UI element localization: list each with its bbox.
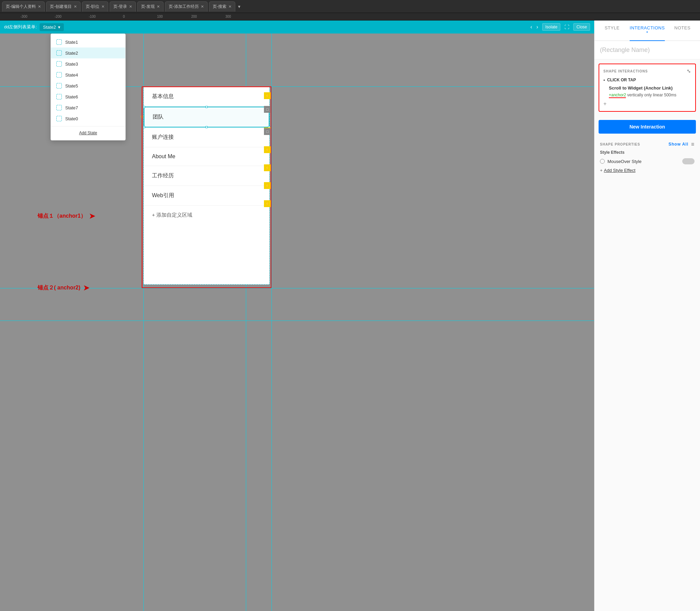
tab-interactions-label: INTERACTIONS xyxy=(630,25,665,30)
state-bar: dd左侧列表菜单: State2 ▾ ‹ › Isolate ⛶ Close xyxy=(0,21,594,33)
state-label: State1 xyxy=(65,40,78,45)
lightning-icon-2[interactable]: □ xyxy=(264,106,271,113)
canvas-area[interactable]: dd左侧列表菜单: State2 ▾ ‹ › Isolate ⛶ Close S… xyxy=(0,21,594,611)
interaction-detail: +anchor2 vertically only linear 500ms xyxy=(609,93,691,98)
expand-section-icon[interactable]: ⤡ xyxy=(687,68,691,74)
anchor2-group: 锚点２( anchor2) ➤ xyxy=(38,283,90,293)
dropdown-item-state2[interactable]: State2 xyxy=(51,47,125,58)
state-selected-value: State2 xyxy=(43,25,56,30)
selection-handle-bm xyxy=(206,126,208,128)
list-item[interactable]: Web引用 xyxy=(144,186,269,206)
item-label: 工作经历 xyxy=(152,172,174,179)
tab-close[interactable]: ✕ xyxy=(157,4,160,9)
tab-work-history[interactable]: 页-添加工作经历 ✕ xyxy=(165,1,208,12)
list-item[interactable]: 账户连接 xyxy=(144,127,269,147)
tab-label: 页-创建项目 xyxy=(50,4,72,10)
state-icon xyxy=(56,50,62,56)
add-custom-area[interactable]: + 添加自定义区域 xyxy=(144,206,269,225)
square-icon: □ xyxy=(264,128,271,135)
dropdown-item-state6[interactable]: State6 xyxy=(51,91,125,102)
list-item[interactable]: 基本信息 xyxy=(144,87,269,107)
lightning-icon: ⚡ xyxy=(264,182,271,189)
add-state-button[interactable]: Add State xyxy=(51,128,125,137)
expand-icon[interactable]: ⛶ xyxy=(564,24,569,30)
tab-close[interactable]: ✕ xyxy=(201,4,204,9)
shape-name-field[interactable]: (Rectangle Name) xyxy=(594,41,700,59)
mouseover-radio[interactable] xyxy=(600,159,605,164)
tab-close[interactable]: ✕ xyxy=(38,4,41,9)
tab-create-project[interactable]: 页-创建项目 ✕ xyxy=(46,1,81,12)
close-button[interactable]: Close xyxy=(573,23,590,31)
tab-position[interactable]: 页-职位 ✕ xyxy=(82,1,108,12)
dropdown-item-state4[interactable]: State4 xyxy=(51,69,125,80)
state-icon xyxy=(56,94,62,99)
show-all-group: Show All ☰ xyxy=(669,142,695,147)
tab-search[interactable]: 页-搜索 ✕ xyxy=(209,1,235,12)
item-label: About Me xyxy=(152,153,175,160)
list-item[interactable]: 工作经历 xyxy=(144,166,269,186)
state-label: State0 xyxy=(65,116,78,121)
tab-interactions[interactable]: INTERACTIONS ● xyxy=(630,21,665,41)
dropdown-item-state3[interactable]: State3 xyxy=(51,58,125,69)
dropdown-item-state0[interactable]: State0 xyxy=(51,113,125,124)
action-label: Scroll to Widget (Anchor Link) xyxy=(609,85,673,91)
lightning-icon: ⚡ xyxy=(264,92,271,99)
tab-close[interactable]: ✕ xyxy=(74,4,77,9)
state-icon xyxy=(56,83,62,89)
state-dropdown: State1 State2 State3 State4 State5 State… xyxy=(51,33,126,140)
add-state-label: Add State xyxy=(79,131,97,135)
selection-handle-tm xyxy=(206,106,208,108)
collapse-icon[interactable]: ▪ xyxy=(603,77,605,83)
list-item[interactable]: About Me xyxy=(144,147,269,166)
tab-style[interactable]: STYLE xyxy=(594,21,630,40)
show-all-button[interactable]: Show All xyxy=(669,142,688,147)
new-interaction-button[interactable]: New Interaction xyxy=(599,120,696,134)
anchor-link[interactable]: +anchor2 xyxy=(609,93,626,98)
tab-label: 页-登录 xyxy=(113,4,127,10)
next-arrow-icon[interactable]: › xyxy=(536,24,538,30)
interaction-trigger: ▪ CLICK OR TAP xyxy=(603,77,691,83)
chevron-down-icon: ▾ xyxy=(58,25,60,30)
anchor2-arrow-icon: ➤ xyxy=(83,283,90,293)
add-label: + 添加自定义区域 xyxy=(152,212,192,218)
tab-label: 页-编辑个人资料 xyxy=(6,4,36,10)
mouseover-toggle[interactable] xyxy=(682,158,695,164)
right-panel: STYLE INTERACTIONS ● NOTES (Rectangle Na… xyxy=(594,21,700,611)
state-label: State2 xyxy=(65,51,78,56)
menu-icon[interactable]: ☰ xyxy=(691,142,695,146)
dropdown-item-state1[interactable]: State1 xyxy=(51,37,125,47)
list-item[interactable]: 团队 ▽ xyxy=(144,107,269,127)
tab-notes[interactable]: NOTES xyxy=(665,21,700,40)
add-action-button[interactable]: + xyxy=(603,101,691,107)
state-icon xyxy=(56,39,62,45)
state-selector[interactable]: State2 ▾ xyxy=(40,23,64,31)
tab-discover[interactable]: 页-发现 ✕ xyxy=(137,1,164,12)
dropdown-item-state5[interactable]: State5 xyxy=(51,80,125,91)
tab-close[interactable]: ✕ xyxy=(228,4,232,9)
tab-close[interactable]: ✕ xyxy=(101,4,104,9)
state-label: State4 xyxy=(65,72,78,78)
ruler-tick: 0 xyxy=(123,15,125,18)
tab-label: 页-添加工作经历 xyxy=(169,4,199,10)
tab-overflow-button[interactable]: ▾ xyxy=(236,4,242,9)
dropdown-item-state7[interactable]: State7 xyxy=(51,102,125,113)
item-label: 团队 xyxy=(153,113,164,121)
ruler-tick: 200 xyxy=(191,15,197,18)
shape-properties: SHAPE PROPERTIES Show All ☰ Style Effect… xyxy=(594,138,700,177)
prev-arrow-icon[interactable]: ‹ xyxy=(530,24,532,30)
tab-notes-label: NOTES xyxy=(674,25,690,30)
tab-label: 页-发现 xyxy=(141,4,155,10)
tab-edit-profile[interactable]: 页-编辑个人资料 ✕ xyxy=(2,1,45,12)
anchor1-group: 锚点１（anchor1） ➤ xyxy=(38,211,96,221)
lightning-icon: ⚡ xyxy=(264,164,271,171)
tab-login[interactable]: 页-登录 ✕ xyxy=(110,1,136,12)
plus-icon: + xyxy=(600,168,603,173)
add-effect-button[interactable]: + Add Style Effect xyxy=(600,168,695,173)
selection-handle-bl xyxy=(143,126,145,128)
isolate-button[interactable]: Isolate xyxy=(542,23,560,31)
tab-close[interactable]: ✕ xyxy=(129,4,132,9)
active-dot: ● xyxy=(646,30,648,33)
anchor1-arrow-icon: ➤ xyxy=(89,211,96,221)
state-label: State3 xyxy=(65,62,78,67)
state-icon xyxy=(56,61,62,67)
